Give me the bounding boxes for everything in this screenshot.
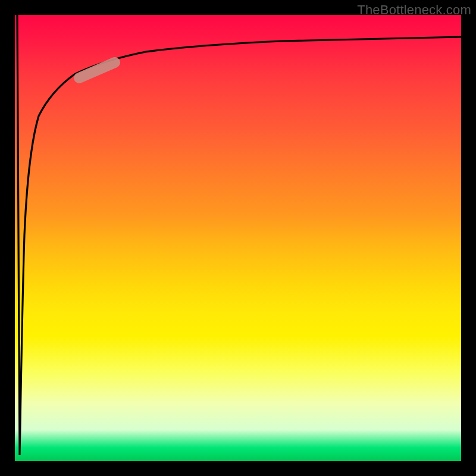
x-axis-blank bbox=[0, 461, 476, 476]
bottleneck-chart: TheBottleneck.com bbox=[0, 0, 476, 476]
plot-gradient-background bbox=[15, 15, 461, 461]
attribution-text: TheBottleneck.com bbox=[357, 2, 471, 18]
y-axis-blank bbox=[0, 0, 15, 476]
